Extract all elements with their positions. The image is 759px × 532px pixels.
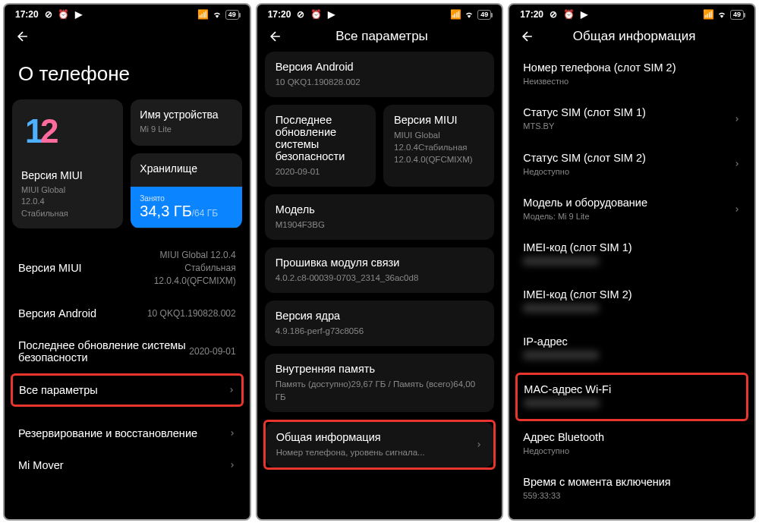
- chevron-right-icon: [228, 386, 235, 394]
- signal-icon: 📶: [198, 9, 209, 20]
- wifi-icon: [716, 9, 727, 20]
- chevron-right-icon: [228, 430, 236, 437]
- list-item: IMEI-код (слот SIM 1): [517, 231, 747, 279]
- list-item: Время с момента включения559:33:33: [517, 466, 747, 511]
- list-item[interactable]: Версия MIUIMIUI Global 12.0.4Стабильная1…: [12, 239, 242, 297]
- info-label: Версия Android: [276, 61, 484, 73]
- list-label: Резервирование и восстановление: [18, 427, 222, 439]
- list-item[interactable]: Все параметры: [13, 376, 241, 405]
- miui-version-card[interactable]: 12 Версия MIUI MIUI Global 12.0.4 Стабил…: [12, 99, 123, 228]
- list-label: Все параметры: [19, 384, 222, 396]
- info-value: 4.0.2.c8-00039-0703_2314_36ac0d8: [276, 272, 484, 284]
- list-label: Версия MIUI: [18, 262, 154, 274]
- list-sub: Недоступно: [523, 166, 727, 177]
- list-item: IMEI-код (слот SIM 2): [517, 279, 747, 326]
- list-sub: Недоступно: [523, 445, 741, 456]
- device-card-label: Имя устройства: [140, 109, 232, 121]
- list-item[interactable]: Версия Android10 QKQ1.190828.002: [12, 297, 242, 330]
- signal-icon: 📶: [450, 9, 461, 20]
- back-button[interactable]: [268, 29, 283, 44]
- redacted-value: [523, 304, 599, 313]
- chevron-right-icon: [733, 160, 741, 168]
- back-button[interactable]: [520, 29, 535, 44]
- list-label: Последнее обновление системы безопасност…: [18, 339, 189, 364]
- device-card-value: Mi 9 Lite: [140, 124, 232, 135]
- list-label: Номер телефона (слот SIM 2): [523, 61, 741, 74]
- header: Все параметры: [257, 21, 502, 52]
- info-label: Внутренняя память: [276, 363, 484, 375]
- info-card[interactable]: Прошивка модуля связи4.0.2.c8-00039-0703…: [265, 247, 495, 293]
- youtube-icon: ▶: [74, 9, 84, 20]
- list-label: Время с момента включения: [523, 476, 741, 488]
- info-card[interactable]: Внутренняя памятьПамять (доступно)29,67 …: [265, 354, 495, 411]
- chevron-right-icon: [228, 461, 236, 469]
- miui-logo-icon: 12: [21, 109, 67, 154]
- list-item[interactable]: Модель и оборудованиеМодель: Mi 9 Lite: [517, 187, 747, 231]
- redacted-value: [523, 257, 599, 266]
- info-card[interactable]: Версия MIUIMIUI Global 12.0.4Стабильная …: [383, 105, 494, 187]
- list-item[interactable]: Последнее обновление системы безопасност…: [12, 329, 242, 373]
- storage-card[interactable]: Хранилище Занято 34,3 ГБ/64 ГБ: [131, 153, 241, 228]
- list-item[interactable]: Резервирование и восстановление: [12, 417, 242, 449]
- list-item: Адрес BluetoothНедоступно: [517, 421, 747, 466]
- phone-screen-2: 17:20 ⊘ ⏰ ▶ 📶 49 Все параметры Версия An…: [256, 3, 504, 521]
- miui-card-line3: Стабильная: [21, 208, 114, 219]
- status-time: 17:20: [520, 9, 543, 20]
- info-card[interactable]: Версия ядра4.9.186-perf-g73c8056: [265, 301, 495, 346]
- list-item[interactable]: Статус SIM (слот SIM 1)MTS.BY: [517, 96, 747, 141]
- battery-icon: 49: [730, 10, 744, 20]
- info-card[interactable]: МодельM1904F3BG: [265, 194, 495, 240]
- list-item[interactable]: Mi Mover: [12, 449, 242, 481]
- device-name-card[interactable]: Имя устройства Mi 9 Lite: [131, 99, 241, 146]
- info-value: Память (доступно)29,67 ГБ / Память (всег…: [276, 378, 484, 402]
- info-value: Номер телефона, уровень сигнала...: [276, 446, 470, 458]
- redacted-value: [524, 398, 600, 408]
- chevron-right-icon: [733, 115, 741, 123]
- info-card[interactable]: Последнее обновление системы безопасност…: [265, 105, 376, 187]
- list-sub: Модель: Mi 9 Lite: [523, 211, 727, 222]
- info-label: Прошивка модуля связи: [276, 257, 484, 269]
- list-item: Номер телефона (слот SIM 2)Неизвестно: [517, 52, 747, 96]
- info-value: 10 QKQ1.190828.002: [276, 76, 484, 88]
- phone-screen-1: 17:20 ⊘ ⏰ ▶ 📶 49 О телефоне 12 Версия MI…: [3, 3, 251, 521]
- youtube-icon: ▶: [326, 9, 336, 20]
- storage-used-label: Занято: [140, 194, 232, 203]
- dnd-icon: ⊘: [548, 9, 559, 20]
- header: Общая информация: [509, 21, 754, 52]
- miui-card-line1: MIUI Global: [21, 184, 114, 196]
- status-time: 17:20: [15, 9, 39, 20]
- info-value: 4.9.186-perf-g73c8056: [276, 325, 484, 337]
- list-item[interactable]: Статус SIM (слот SIM 2)Недоступно: [517, 142, 747, 187]
- dnd-icon: ⊘: [43, 9, 54, 20]
- status-bar: 17:20 ⊘ ⏰ ▶ 📶 49: [5, 5, 250, 21]
- list-label: IMEI-код (слот SIM 1): [523, 241, 741, 253]
- youtube-icon: ▶: [578, 9, 589, 20]
- info-label: Последнее обновление системы безопасност…: [276, 114, 365, 162]
- info-card[interactable]: Общая информацияНомер телефона, уровень …: [266, 422, 494, 467]
- info-value: 2020-09-01: [276, 165, 365, 178]
- redacted-value: [523, 351, 599, 360]
- header-title: Все параметры: [295, 29, 469, 44]
- list-label: Статус SIM (слот SIM 1): [523, 106, 727, 118]
- list-item: IP-адрес: [517, 326, 747, 373]
- list-label: IMEI-код (слот SIM 2): [523, 288, 741, 301]
- battery-icon: 49: [477, 10, 491, 20]
- svg-text:2: 2: [40, 112, 58, 150]
- storage-total: /64 ГБ: [192, 208, 218, 219]
- miui-card-label: Версия MIUI: [21, 169, 114, 181]
- list-value: 2020-09-01: [189, 345, 235, 358]
- storage-label: Хранилище: [140, 162, 232, 175]
- back-button[interactable]: [15, 29, 30, 44]
- header: [5, 21, 250, 52]
- list-label: MAC-адрес Wi-Fi: [524, 383, 740, 395]
- list-value: 10 QKQ1.190828.002: [147, 307, 236, 320]
- wifi-icon: [464, 9, 474, 20]
- alarm-icon: ⏰: [58, 9, 69, 20]
- info-label: Версия ядра: [276, 310, 484, 322]
- chevron-right-icon: [475, 441, 483, 449]
- info-card[interactable]: Версия Android10 QKQ1.190828.002: [265, 52, 495, 97]
- alarm-icon: ⏰: [310, 9, 321, 20]
- header-title: Общая информация: [547, 29, 721, 44]
- alarm-icon: ⏰: [563, 9, 574, 20]
- info-value: MIUI Global 12.0.4Стабильная 12.0.4.0(QF…: [394, 129, 483, 165]
